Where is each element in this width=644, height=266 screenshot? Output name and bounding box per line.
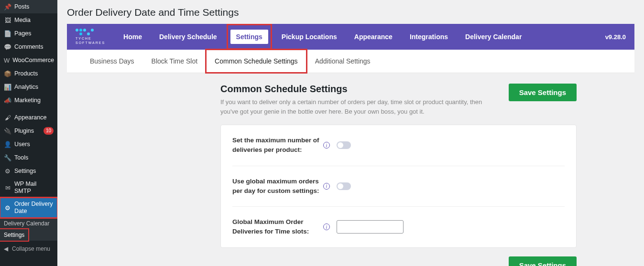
sidebar-item-label: WP Mail SMTP bbox=[14, 181, 54, 195]
sidebar-item-comments[interactable]: 💬 Comments bbox=[0, 40, 57, 53]
top-nav-integrations[interactable]: Integrations bbox=[401, 24, 457, 50]
media-icon: 🖼 bbox=[4, 16, 11, 24]
gear-icon: ⚙ bbox=[4, 167, 11, 175]
collapse-icon: ◀ bbox=[4, 245, 8, 252]
sidebar-submenu-settings[interactable]: Settings bbox=[0, 229, 28, 241]
gear-icon: ⚙ bbox=[4, 204, 11, 212]
collapse-menu-button[interactable]: ◀ Collapse menu bbox=[0, 241, 57, 257]
sidebar-item-appearance[interactable]: 🖌 Appearance bbox=[0, 111, 57, 124]
user-icon: 👤 bbox=[4, 140, 11, 148]
plugin-top-nav: TYCHE SOFTWARES Home Delivery Schedule S… bbox=[67, 24, 634, 50]
sidebar-item-woocommerce[interactable]: W WooCommerce bbox=[0, 53, 57, 67]
brand-sub: SOFTWARES bbox=[76, 41, 105, 45]
woo-icon: W bbox=[4, 56, 10, 64]
setting-label: Global Maximum Order Deliveries for Time… bbox=[232, 217, 323, 237]
setting-max-deliveries-per-product: Set the maximum number of deliveries per… bbox=[232, 125, 565, 166]
sidebar-item-order-delivery-date[interactable]: ⚙ Order Delivery Date bbox=[0, 198, 57, 218]
main-content: Order Delivery Date and Time Settings TY… bbox=[57, 0, 644, 266]
toggle-max-deliveries-per-product[interactable] bbox=[337, 141, 351, 149]
collapse-menu-label: Collapse menu bbox=[12, 245, 50, 252]
brand-logo: TYCHE SOFTWARES bbox=[76, 29, 105, 45]
mail-icon: ✉ bbox=[4, 184, 11, 192]
sidebar-item-media[interactable]: 🖼 Media bbox=[0, 13, 57, 27]
sidebar-item-label: Appearance bbox=[14, 114, 54, 121]
chart-icon: 📊 bbox=[4, 83, 11, 91]
sidebar-item-tools[interactable]: 🔧 Tools bbox=[0, 151, 57, 164]
toggle-global-max-orders[interactable] bbox=[337, 182, 351, 190]
setting-label: Use global maximum orders per day for cu… bbox=[232, 177, 323, 196]
settings-panel: Set the maximum number of deliveries per… bbox=[220, 125, 577, 248]
save-settings-button-top[interactable]: Save Settings bbox=[509, 84, 577, 101]
sidebar-item-wp-mail-smtp[interactable]: ✉ WP Mail SMTP bbox=[0, 178, 57, 198]
sidebar-item-label: Settings bbox=[14, 168, 54, 175]
settings-sub-nav: Business Days Block Time Slot Common Sch… bbox=[67, 50, 634, 73]
wrench-icon: 🔧 bbox=[4, 154, 11, 161]
comment-icon: 💬 bbox=[4, 43, 11, 51]
info-icon[interactable]: i bbox=[323, 183, 330, 190]
sidebar-item-label: Marketing bbox=[14, 97, 54, 104]
sub-nav-block-time-slot[interactable]: Block Time Slot bbox=[143, 50, 206, 73]
sidebar-item-label: Tools bbox=[14, 154, 54, 161]
sidebar-item-pages[interactable]: 📄 Pages bbox=[0, 27, 57, 40]
brush-icon: 🖌 bbox=[4, 114, 11, 121]
top-nav-pickup-locations[interactable]: Pickup Locations bbox=[273, 24, 346, 50]
sub-nav-additional-settings[interactable]: Additional Settings bbox=[306, 50, 379, 73]
sub-nav-business-days[interactable]: Business Days bbox=[81, 50, 143, 73]
info-icon[interactable]: i bbox=[323, 223, 330, 230]
setting-label: Set the maximum number of deliveries per… bbox=[232, 136, 323, 155]
sidebar-submenu-delivery-calendar[interactable]: Delivery Calendar bbox=[0, 218, 57, 229]
top-nav-home[interactable]: Home bbox=[115, 24, 151, 50]
sidebar-item-plugins[interactable]: 🔌 Plugins 10 bbox=[0, 124, 57, 138]
sidebar-item-label: WooCommerce bbox=[12, 57, 54, 64]
sidebar-item-label: Pages bbox=[14, 30, 54, 37]
section-description: If you want to deliver only a certain nu… bbox=[220, 97, 499, 116]
top-nav-delivery-schedule[interactable]: Delivery Schedule bbox=[151, 24, 226, 50]
save-settings-button-bottom[interactable]: Save Settings bbox=[509, 256, 577, 266]
sidebar-item-posts[interactable]: 📌 Posts bbox=[0, 0, 57, 13]
sidebar-item-label: Products bbox=[14, 70, 54, 77]
sidebar-submenu: Delivery Calendar Settings bbox=[0, 218, 57, 241]
setting-global-max-orders: Use global maximum orders per day for cu… bbox=[232, 166, 565, 207]
info-icon[interactable]: i bbox=[323, 142, 330, 149]
page-title: Order Delivery Date and Time Settings bbox=[67, 4, 634, 18]
sidebar-item-label: Comments bbox=[14, 43, 54, 51]
sidebar-item-users[interactable]: 👤 Users bbox=[0, 138, 57, 151]
admin-sidebar: 📌 Posts 🖼 Media 📄 Pages 💬 Comments W Woo… bbox=[0, 0, 57, 266]
input-global-max-timeslot[interactable] bbox=[337, 220, 404, 234]
sidebar-item-label: Plugins bbox=[14, 128, 41, 135]
plug-icon: 🔌 bbox=[4, 127, 11, 135]
sub-nav-common-schedule-settings[interactable]: Common Schedule Settings bbox=[206, 50, 306, 73]
page-icon: 📄 bbox=[4, 30, 11, 37]
section-title: Common Schedule Settings bbox=[220, 84, 499, 95]
sidebar-item-label: Users bbox=[14, 141, 54, 148]
top-nav-settings[interactable]: Settings bbox=[230, 30, 268, 44]
plugins-update-badge: 10 bbox=[44, 127, 54, 135]
sidebar-item-label: Analytics bbox=[14, 84, 54, 91]
sidebar-item-label: Posts bbox=[14, 3, 54, 11]
box-icon: 📦 bbox=[4, 70, 11, 77]
version-label: v9.28.0 bbox=[605, 33, 626, 41]
sidebar-item-label: Order Delivery Date bbox=[14, 201, 54, 215]
megaphone-icon: 📣 bbox=[4, 96, 11, 104]
top-nav-delivery-calendar[interactable]: Delivery Calendar bbox=[457, 24, 530, 50]
pin-icon: 📌 bbox=[4, 3, 11, 11]
setting-global-max-timeslot: Global Maximum Order Deliveries for Time… bbox=[232, 207, 565, 247]
sidebar-item-marketing[interactable]: 📣 Marketing bbox=[0, 94, 57, 107]
sidebar-item-products[interactable]: 📦 Products bbox=[0, 67, 57, 80]
sidebar-item-label: Media bbox=[14, 17, 54, 24]
sidebar-item-settings[interactable]: ⚙ Settings bbox=[0, 164, 57, 178]
sidebar-item-analytics[interactable]: 📊 Analytics bbox=[0, 80, 57, 94]
top-nav-appearance[interactable]: Appearance bbox=[346, 24, 401, 50]
brand-name: TYCHE bbox=[76, 37, 105, 41]
